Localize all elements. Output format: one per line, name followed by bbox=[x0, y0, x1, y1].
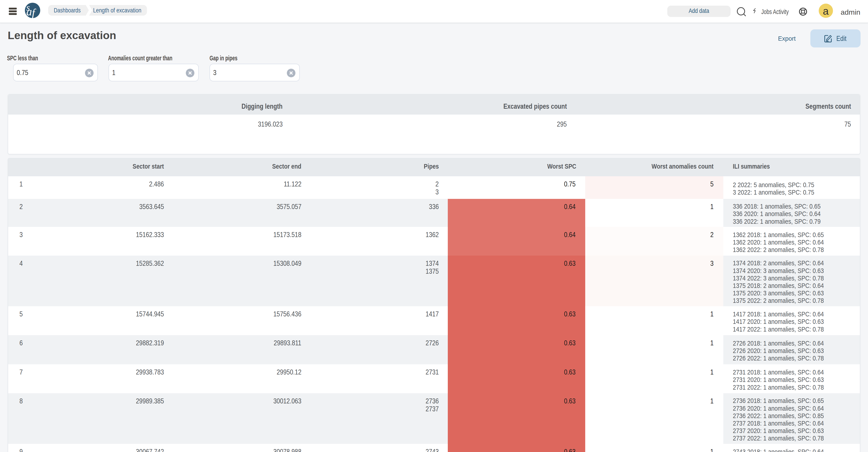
svg-text:a: a bbox=[26, 5, 32, 18]
svg-text:f: f bbox=[32, 7, 36, 18]
